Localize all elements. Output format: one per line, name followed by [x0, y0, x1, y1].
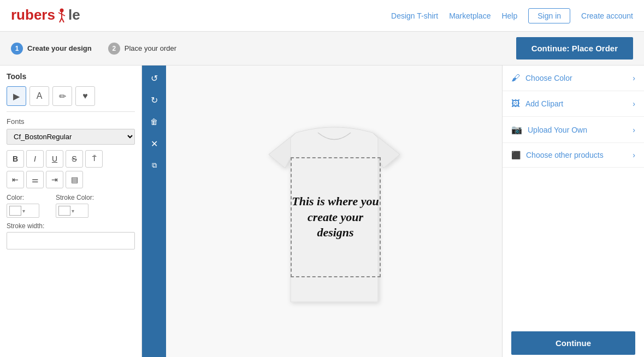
bold-button[interactable]: B — [7, 150, 24, 168]
nav-marketplace-link[interactable]: Marketplace — [449, 11, 491, 20]
stroke-color-picker[interactable]: ▾ — [56, 204, 88, 218]
logo-dancer-icon — [56, 8, 68, 25]
tools-row: ▶ A ✏ ♥ — [7, 86, 135, 106]
format-row: B I U S T̄ — [7, 150, 135, 168]
add-clipart-icon: 🖼 — [511, 99, 520, 109]
left-panel: Tools ▶ A ✏ ♥ Fonts Cf_BostonRegular B I… — [0, 66, 142, 357]
divider-1 — [7, 111, 135, 112]
step-1-num: 1 — [11, 43, 23, 55]
align-row: ⇤ ⚌ ⇥ ▤ — [7, 171, 135, 188]
choose-products-option[interactable]: ⬛ Choose other products › — [503, 143, 644, 168]
color-picker[interactable]: ▾ — [7, 204, 39, 218]
align-center-button[interactable]: ⚌ — [26, 171, 44, 188]
vertical-toolbar: ↺ ↻ 🗑 ✕ ⧉ — [142, 66, 166, 357]
logo-text: rubersle — [11, 7, 80, 24]
continue-place-order-button[interactable]: Continue: Place Order — [516, 37, 633, 59]
font-select[interactable]: Cf_BostonRegular — [7, 129, 135, 145]
design-text-area[interactable]: This is where you create your designs — [291, 157, 381, 277]
fonts-label: Fonts — [7, 117, 135, 126]
step-1-label: Create your design — [27, 44, 92, 52]
text-tool[interactable]: A — [29, 86, 49, 106]
add-clipart-arrow: › — [633, 99, 635, 108]
step-2-label: Place your order — [125, 44, 176, 52]
stroke-width-label: Stroke width: — [7, 222, 135, 230]
strikethrough-button[interactable]: S — [66, 150, 83, 168]
add-clipart-label: Add Clipart — [525, 99, 563, 108]
add-clipart-left: 🖼 Add Clipart — [511, 99, 563, 109]
color-swatch — [9, 206, 21, 216]
header: rubersle Design T-shirt Marketplace Help… — [0, 0, 644, 32]
upload-own-arrow: › — [633, 126, 635, 134]
delete-button[interactable]: 🗑 — [144, 111, 164, 132]
upload-own-icon: 📷 — [511, 124, 522, 135]
color-group: Color: ▾ — [7, 194, 39, 218]
nav: Design T-shirt Marketplace Help Sign in … — [391, 8, 633, 23]
create-account-link[interactable]: Create account — [581, 11, 633, 20]
right-spacer — [503, 168, 644, 323]
main: Tools ▶ A ✏ ♥ Fonts Cf_BostonRegular B I… — [0, 66, 644, 357]
pencil-tool[interactable]: ✏ — [52, 86, 72, 106]
choose-color-option[interactable]: 🖌 Choose Color › — [503, 66, 644, 91]
choose-color-label: Choose Color — [525, 74, 572, 82]
step-2: 2 Place your order — [108, 43, 176, 55]
choose-products-icon: ⬛ — [511, 151, 521, 159]
duplicate-button[interactable]: ⧉ — [144, 155, 164, 176]
nav-design-link[interactable]: Design T-shirt — [391, 11, 438, 20]
steps-bar: 1 Create your design 2 Place your order … — [0, 32, 644, 66]
choose-products-label: Choose other products — [526, 151, 604, 159]
redo-button[interactable]: ↻ — [144, 90, 164, 110]
canvas-area: This is where you create your designs — [166, 66, 502, 357]
continue-button[interactable]: Continue — [511, 331, 635, 355]
underline-button[interactable]: U — [46, 150, 63, 168]
italic-button[interactable]: I — [26, 150, 44, 168]
cursor-tool[interactable]: ▶ — [7, 86, 26, 106]
logo-text-start: rubers — [11, 7, 55, 23]
align-right-button[interactable]: ⇥ — [46, 171, 63, 188]
add-clipart-option[interactable]: 🖼 Add Clipart › — [503, 91, 644, 117]
transform-button[interactable]: T̄ — [85, 150, 103, 168]
tshirt-container: This is where you create your designs — [241, 105, 427, 324]
close-button[interactable]: ✕ — [144, 133, 164, 154]
logo-text-end: le — [68, 7, 80, 23]
font-select-row: Cf_BostonRegular — [7, 129, 135, 145]
choose-products-left: ⬛ Choose other products — [511, 151, 604, 159]
right-panel: 🖌 Choose Color › 🖼 Add Clipart › 📷 Uploa… — [502, 66, 644, 357]
step-1: 1 Create your design — [11, 43, 92, 55]
stroke-color-swatch — [58, 206, 70, 216]
choose-color-icon: 🖌 — [511, 73, 520, 83]
steps-left: 1 Create your design 2 Place your order — [11, 43, 176, 55]
design-text: This is where you create your designs — [292, 194, 380, 241]
choose-products-arrow: › — [633, 151, 635, 159]
choose-color-left: 🖌 Choose Color — [511, 73, 572, 83]
align-left-button[interactable]: ⇤ — [7, 171, 24, 188]
heart-tool[interactable]: ♥ — [75, 86, 95, 106]
svg-line-4 — [60, 18, 62, 22]
undo-button[interactable]: ↺ — [144, 68, 164, 88]
svg-point-0 — [60, 8, 63, 12]
nav-help-link[interactable]: Help — [501, 11, 517, 20]
stroke-color-arrow-icon: ▾ — [72, 208, 74, 214]
upload-own-label: Upload Your Own — [528, 126, 587, 134]
step-2-num: 2 — [108, 43, 120, 55]
upload-own-option[interactable]: 📷 Upload Your Own › — [503, 117, 644, 143]
align-justify-button[interactable]: ▤ — [66, 171, 83, 188]
logo: rubersle — [11, 7, 80, 24]
upload-own-left: 📷 Upload Your Own — [511, 124, 587, 135]
tools-title: Tools — [7, 72, 135, 81]
stroke-width-input[interactable] — [7, 232, 135, 249]
color-label: Color: — [7, 194, 39, 201]
stroke-color-label: Stroke Color: — [56, 194, 94, 201]
choose-color-arrow: › — [633, 74, 635, 82]
signin-button[interactable]: Sign in — [528, 8, 570, 23]
stroke-color-group: Stroke Color: ▾ — [56, 194, 94, 218]
color-row: Color: ▾ Stroke Color: ▾ — [7, 194, 135, 218]
color-arrow-icon: ▾ — [22, 208, 25, 214]
svg-line-5 — [62, 18, 64, 22]
